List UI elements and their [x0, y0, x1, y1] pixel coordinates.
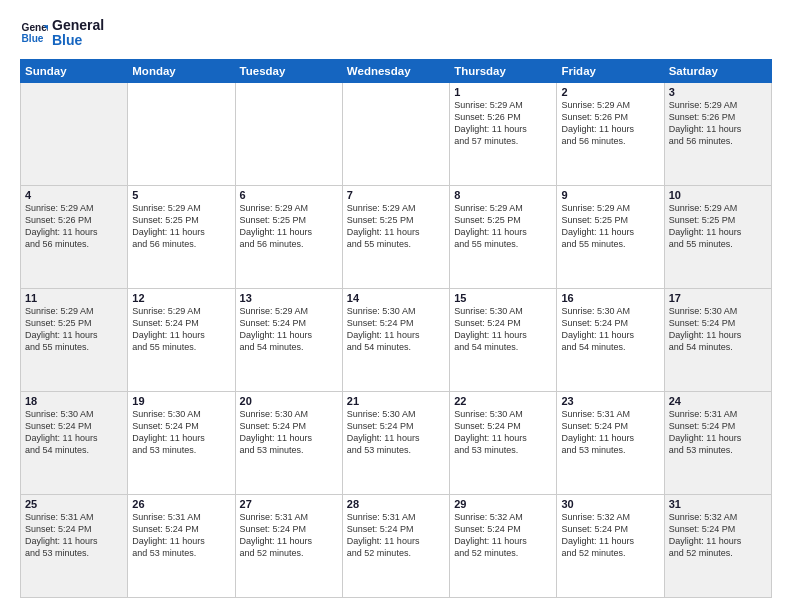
day-info: Sunrise: 5:29 AM Sunset: 5:24 PM Dayligh… — [132, 305, 230, 354]
calendar-cell: 4Sunrise: 5:29 AM Sunset: 5:26 PM Daylig… — [21, 185, 128, 288]
calendar-row-2: 11Sunrise: 5:29 AM Sunset: 5:25 PM Dayli… — [21, 288, 772, 391]
calendar-cell: 7Sunrise: 5:29 AM Sunset: 5:25 PM Daylig… — [342, 185, 449, 288]
calendar-cell: 28Sunrise: 5:31 AM Sunset: 5:24 PM Dayli… — [342, 494, 449, 597]
calendar-cell: 31Sunrise: 5:32 AM Sunset: 5:24 PM Dayli… — [664, 494, 771, 597]
weekday-header-row: SundayMondayTuesdayWednesdayThursdayFrid… — [21, 59, 772, 82]
calendar-cell: 20Sunrise: 5:30 AM Sunset: 5:24 PM Dayli… — [235, 391, 342, 494]
weekday-sunday: Sunday — [21, 59, 128, 82]
calendar-table: SundayMondayTuesdayWednesdayThursdayFrid… — [20, 59, 772, 598]
calendar-row-4: 25Sunrise: 5:31 AM Sunset: 5:24 PM Dayli… — [21, 494, 772, 597]
svg-text:Blue: Blue — [22, 34, 44, 45]
calendar-cell: 12Sunrise: 5:29 AM Sunset: 5:24 PM Dayli… — [128, 288, 235, 391]
calendar-cell: 16Sunrise: 5:30 AM Sunset: 5:24 PM Dayli… — [557, 288, 664, 391]
day-info: Sunrise: 5:31 AM Sunset: 5:24 PM Dayligh… — [132, 511, 230, 560]
day-info: Sunrise: 5:30 AM Sunset: 5:24 PM Dayligh… — [132, 408, 230, 457]
calendar-cell — [342, 82, 449, 185]
day-number: 10 — [669, 189, 767, 201]
day-number: 21 — [347, 395, 445, 407]
day-number: 30 — [561, 498, 659, 510]
day-number: 6 — [240, 189, 338, 201]
header: General Blue General Blue — [20, 18, 772, 49]
day-info: Sunrise: 5:30 AM Sunset: 5:24 PM Dayligh… — [669, 305, 767, 354]
day-info: Sunrise: 5:29 AM Sunset: 5:26 PM Dayligh… — [454, 99, 552, 148]
calendar-cell: 6Sunrise: 5:29 AM Sunset: 5:25 PM Daylig… — [235, 185, 342, 288]
weekday-tuesday: Tuesday — [235, 59, 342, 82]
day-number: 15 — [454, 292, 552, 304]
day-info: Sunrise: 5:29 AM Sunset: 5:26 PM Dayligh… — [669, 99, 767, 148]
calendar-cell: 17Sunrise: 5:30 AM Sunset: 5:24 PM Dayli… — [664, 288, 771, 391]
calendar-cell: 1Sunrise: 5:29 AM Sunset: 5:26 PM Daylig… — [450, 82, 557, 185]
weekday-friday: Friday — [557, 59, 664, 82]
day-number: 26 — [132, 498, 230, 510]
day-info: Sunrise: 5:32 AM Sunset: 5:24 PM Dayligh… — [561, 511, 659, 560]
day-number: 27 — [240, 498, 338, 510]
calendar-row-3: 18Sunrise: 5:30 AM Sunset: 5:24 PM Dayli… — [21, 391, 772, 494]
day-info: Sunrise: 5:29 AM Sunset: 5:25 PM Dayligh… — [132, 202, 230, 251]
day-info: Sunrise: 5:30 AM Sunset: 5:24 PM Dayligh… — [454, 305, 552, 354]
svg-text:General: General — [22, 23, 48, 34]
calendar-cell: 23Sunrise: 5:31 AM Sunset: 5:24 PM Dayli… — [557, 391, 664, 494]
day-info: Sunrise: 5:29 AM Sunset: 5:24 PM Dayligh… — [240, 305, 338, 354]
day-number: 23 — [561, 395, 659, 407]
day-number: 19 — [132, 395, 230, 407]
day-number: 11 — [25, 292, 123, 304]
day-info: Sunrise: 5:29 AM Sunset: 5:25 PM Dayligh… — [454, 202, 552, 251]
calendar-row-1: 4Sunrise: 5:29 AM Sunset: 5:26 PM Daylig… — [21, 185, 772, 288]
generalblue-logo-icon: General Blue — [20, 19, 48, 47]
day-number: 25 — [25, 498, 123, 510]
calendar-cell: 29Sunrise: 5:32 AM Sunset: 5:24 PM Dayli… — [450, 494, 557, 597]
calendar-cell: 21Sunrise: 5:30 AM Sunset: 5:24 PM Dayli… — [342, 391, 449, 494]
calendar-cell: 22Sunrise: 5:30 AM Sunset: 5:24 PM Dayli… — [450, 391, 557, 494]
day-info: Sunrise: 5:30 AM Sunset: 5:24 PM Dayligh… — [347, 305, 445, 354]
weekday-wednesday: Wednesday — [342, 59, 449, 82]
day-number: 4 — [25, 189, 123, 201]
day-number: 1 — [454, 86, 552, 98]
calendar-cell: 5Sunrise: 5:29 AM Sunset: 5:25 PM Daylig… — [128, 185, 235, 288]
day-info: Sunrise: 5:29 AM Sunset: 5:25 PM Dayligh… — [240, 202, 338, 251]
day-info: Sunrise: 5:29 AM Sunset: 5:25 PM Dayligh… — [347, 202, 445, 251]
calendar-cell — [235, 82, 342, 185]
day-number: 29 — [454, 498, 552, 510]
day-number: 16 — [561, 292, 659, 304]
day-number: 22 — [454, 395, 552, 407]
day-number: 9 — [561, 189, 659, 201]
day-number: 31 — [669, 498, 767, 510]
day-info: Sunrise: 5:29 AM Sunset: 5:26 PM Dayligh… — [561, 99, 659, 148]
calendar-cell: 14Sunrise: 5:30 AM Sunset: 5:24 PM Dayli… — [342, 288, 449, 391]
day-number: 24 — [669, 395, 767, 407]
day-info: Sunrise: 5:29 AM Sunset: 5:25 PM Dayligh… — [561, 202, 659, 251]
calendar-cell: 10Sunrise: 5:29 AM Sunset: 5:25 PM Dayli… — [664, 185, 771, 288]
calendar-cell: 25Sunrise: 5:31 AM Sunset: 5:24 PM Dayli… — [21, 494, 128, 597]
calendar-cell: 13Sunrise: 5:29 AM Sunset: 5:24 PM Dayli… — [235, 288, 342, 391]
calendar-cell: 3Sunrise: 5:29 AM Sunset: 5:26 PM Daylig… — [664, 82, 771, 185]
logo-general: General — [52, 18, 104, 33]
calendar-cell: 18Sunrise: 5:30 AM Sunset: 5:24 PM Dayli… — [21, 391, 128, 494]
day-number: 5 — [132, 189, 230, 201]
logo-blue: Blue — [52, 33, 104, 48]
day-info: Sunrise: 5:32 AM Sunset: 5:24 PM Dayligh… — [669, 511, 767, 560]
day-number: 13 — [240, 292, 338, 304]
day-info: Sunrise: 5:30 AM Sunset: 5:24 PM Dayligh… — [347, 408, 445, 457]
day-info: Sunrise: 5:29 AM Sunset: 5:26 PM Dayligh… — [25, 202, 123, 251]
weekday-monday: Monday — [128, 59, 235, 82]
day-info: Sunrise: 5:30 AM Sunset: 5:24 PM Dayligh… — [454, 408, 552, 457]
calendar-cell: 8Sunrise: 5:29 AM Sunset: 5:25 PM Daylig… — [450, 185, 557, 288]
calendar-cell: 9Sunrise: 5:29 AM Sunset: 5:25 PM Daylig… — [557, 185, 664, 288]
day-number: 28 — [347, 498, 445, 510]
day-number: 18 — [25, 395, 123, 407]
day-number: 8 — [454, 189, 552, 201]
calendar-cell — [21, 82, 128, 185]
day-number: 2 — [561, 86, 659, 98]
calendar-cell: 30Sunrise: 5:32 AM Sunset: 5:24 PM Dayli… — [557, 494, 664, 597]
day-info: Sunrise: 5:31 AM Sunset: 5:24 PM Dayligh… — [669, 408, 767, 457]
day-number: 20 — [240, 395, 338, 407]
page: General Blue General Blue SundayMondayTu… — [0, 0, 792, 612]
calendar-cell — [128, 82, 235, 185]
weekday-thursday: Thursday — [450, 59, 557, 82]
day-info: Sunrise: 5:30 AM Sunset: 5:24 PM Dayligh… — [25, 408, 123, 457]
logo: General Blue General Blue — [20, 18, 104, 49]
day-info: Sunrise: 5:32 AM Sunset: 5:24 PM Dayligh… — [454, 511, 552, 560]
calendar-cell: 27Sunrise: 5:31 AM Sunset: 5:24 PM Dayli… — [235, 494, 342, 597]
day-info: Sunrise: 5:31 AM Sunset: 5:24 PM Dayligh… — [561, 408, 659, 457]
day-info: Sunrise: 5:29 AM Sunset: 5:25 PM Dayligh… — [669, 202, 767, 251]
